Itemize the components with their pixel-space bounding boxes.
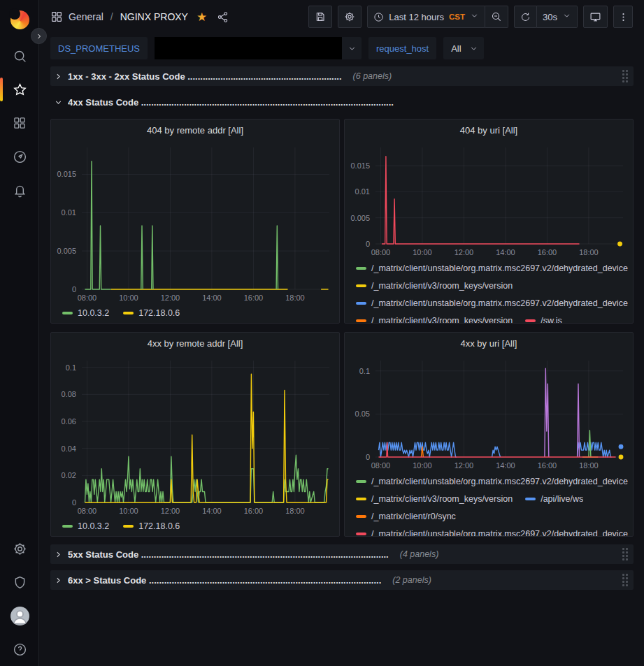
variables-row: DS_PROMETHEUS request_host All: [50, 37, 484, 59]
sidebar: [0, 0, 39, 666]
legend-item[interactable]: /_matrix/client/unstable/org.matrix.msc2…: [356, 475, 628, 487]
legend-item[interactable]: 10.0.3.2: [62, 307, 109, 319]
row-5xx[interactable]: 5xx Status Code ........................…: [50, 544, 634, 564]
sidebar-item-search[interactable]: [0, 39, 39, 73]
legend-item[interactable]: /_matrix/client/unstable/org.matrix.msc2…: [356, 528, 628, 537]
variable-value-request-host[interactable]: All: [443, 37, 483, 59]
chevron-right-icon: [54, 72, 63, 81]
svg-text:14:00: 14:00: [202, 294, 222, 302]
legend-swatch: [123, 312, 134, 314]
sidebar-item-profile[interactable]: [0, 599, 39, 632]
svg-text:18:00: 18:00: [579, 461, 599, 470]
favorite-star-icon[interactable]: ★: [196, 11, 207, 23]
legend-label: 172.18.0.6: [138, 308, 180, 318]
row-drag-handle[interactable]: [621, 68, 629, 84]
row-1xx-3xx-2xx[interactable]: 1xx - 3xx - 2xx Status Code ............…: [50, 66, 634, 86]
legend-swatch: [525, 498, 536, 500]
chevron-down-icon: [562, 11, 571, 20]
sidebar-item-help[interactable]: [0, 632, 39, 666]
legend-item[interactable]: 172.18.0.6: [123, 307, 180, 319]
legend-item[interactable]: 10.0.3.2: [62, 520, 109, 532]
legend-item[interactable]: /_matrix/client/v3/room_keys/version: [356, 280, 513, 291]
time-series-chart[interactable]: 00.020.040.060.080.108:0010:0012:0014:00…: [51, 354, 339, 518]
legend-label: /sw.js: [541, 316, 562, 324]
shield-icon: [13, 575, 27, 590]
panel-404-by-uri: 404 by uri [All] 00.0050.010.01508:0010:…: [344, 119, 634, 324]
sidebar-item-starred[interactable]: [0, 73, 39, 106]
sidebar-item-dashboards[interactable]: [0, 106, 39, 140]
sidebar-item-configuration[interactable]: [0, 532, 39, 565]
row-4xx[interactable]: 4xx Status Code ........................…: [50, 92, 634, 112]
svg-text:10:00: 10:00: [413, 461, 432, 470]
legend-item[interactable]: /_matrix/client/v3/room_keys/version: [356, 493, 513, 505]
svg-text:12:00: 12:00: [455, 248, 474, 256]
svg-text:14:00: 14:00: [202, 507, 222, 515]
sidebar-item-server-admin[interactable]: [0, 565, 39, 599]
sidebar-item-alerting[interactable]: [0, 173, 39, 207]
dashboards-grid-icon: [13, 116, 27, 130]
row-drag-handle[interactable]: [621, 546, 629, 562]
tv-mode-button[interactable]: [583, 6, 608, 28]
search-icon: [13, 49, 27, 64]
legend-item[interactable]: 172.18.0.6: [123, 520, 180, 532]
row-panel-count: (6 panels): [353, 71, 392, 81]
legend-swatch: [356, 284, 366, 287]
kebab-menu-icon: [618, 12, 629, 22]
share-icon[interactable]: [217, 11, 229, 23]
legend-item[interactable]: /api/live/ws: [525, 493, 583, 505]
variable-label-request-host[interactable]: request_host: [368, 37, 436, 59]
chevron-down-icon: [348, 44, 357, 53]
svg-text:08:00: 08:00: [78, 294, 97, 302]
legend-label: /_matrix/client/unstable/org.matrix.msc2…: [371, 298, 628, 308]
panel-4xx-by-remote-addr: 4xx by remote addr [All] 00.020.040.060.…: [50, 332, 340, 537]
time-series-chart[interactable]: 00.0050.010.01508:0010:0012:0014:0016:00…: [51, 140, 339, 305]
panel-title[interactable]: 404 by remote addr [All]: [51, 120, 339, 140]
svg-text:0.1: 0.1: [359, 367, 370, 375]
row-drag-handle[interactable]: [621, 572, 629, 588]
panel-title[interactable]: 404 by uri [All]: [345, 120, 633, 140]
panel-title[interactable]: 4xx by uri [All]: [345, 333, 633, 354]
legend-item[interactable]: /sw.js: [525, 314, 562, 324]
panels-grid: 404 by remote addr [All] 00.0050.010.015…: [50, 119, 634, 537]
compass-icon: [13, 150, 27, 164]
time-range-picker[interactable]: Last 12 hours CST: [367, 6, 485, 28]
time-series-chart[interactable]: 00.0050.010.01508:0010:0012:0014:0016:00…: [345, 140, 633, 259]
row-panel-count: (4 panels): [400, 549, 439, 559]
legend-item[interactable]: /_matrix/client/v3/room_keys/version: [356, 314, 513, 324]
legend-item[interactable]: /_matrix/client/r0/sync: [356, 510, 456, 522]
sidebar-expand-button[interactable]: [31, 28, 47, 44]
more-options-button[interactable]: [613, 6, 633, 28]
legend-label: 10.0.3.2: [78, 521, 109, 531]
legend-label: /_matrix/client/v3/room_keys/version: [371, 281, 513, 291]
dashboard-settings-button[interactable]: [338, 6, 362, 28]
save-dashboard-button[interactable]: [308, 6, 332, 28]
svg-text:14:00: 14:00: [496, 461, 515, 470]
chevron-down-icon: [469, 44, 478, 53]
svg-text:0.01: 0.01: [62, 208, 76, 217]
svg-text:14:00: 14:00: [496, 248, 515, 256]
row-6xx[interactable]: 6xx > Status Code ......................…: [50, 570, 634, 590]
refresh-interval-picker[interactable]: 30s: [537, 6, 578, 28]
legend-item[interactable]: /_matrix/client/unstable/org.matrix.msc2…: [356, 297, 628, 309]
breadcrumb-section[interactable]: General: [69, 11, 103, 22]
panel-title[interactable]: 4xx by remote addr [All]: [51, 333, 339, 354]
variable-value-ds-prometheus[interactable]: [155, 37, 362, 59]
sidebar-item-explore[interactable]: [0, 140, 39, 173]
svg-text:0.06: 0.06: [62, 417, 76, 426]
chart-404-by-uri: 00.0050.010.01508:0010:0012:0014:0016:00…: [345, 140, 633, 259]
time-series-chart[interactable]: 00.050.108:0010:0012:0014:0016:0018:00: [345, 354, 633, 472]
breadcrumb-separator: /: [110, 11, 113, 22]
chart-4xx-by-uri: 00.050.108:0010:0012:0014:0016:0018:00: [345, 354, 633, 472]
dashboard-title[interactable]: NGINX PROXY: [120, 11, 188, 22]
gear-icon: [344, 11, 355, 22]
variable-value-label: All: [443, 43, 464, 54]
refresh-button[interactable]: [514, 6, 537, 28]
zoom-out-time-button[interactable]: [485, 6, 508, 28]
variable-label-ds-prometheus[interactable]: DS_PROMETHEUS: [50, 37, 148, 59]
svg-text:0.04: 0.04: [62, 444, 76, 453]
legend-item[interactable]: /_matrix/client/unstable/org.matrix.msc2…: [356, 262, 628, 274]
svg-text:0.005: 0.005: [350, 214, 370, 222]
svg-text:0.01: 0.01: [355, 187, 370, 196]
svg-text:10:00: 10:00: [119, 294, 138, 302]
svg-text:18:00: 18:00: [285, 294, 305, 302]
